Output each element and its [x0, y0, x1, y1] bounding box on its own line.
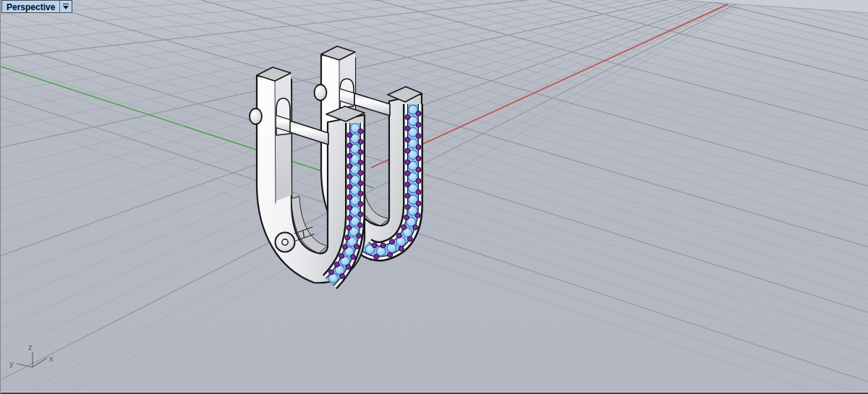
- bead[interactable]: [358, 129, 363, 134]
- bead[interactable]: [328, 270, 333, 275]
- bead[interactable]: [347, 163, 352, 168]
- bead[interactable]: [405, 182, 410, 187]
- bead[interactable]: [405, 205, 410, 210]
- bead[interactable]: [347, 153, 352, 158]
- bead[interactable]: [416, 145, 421, 150]
- bead[interactable]: [413, 225, 418, 230]
- bead[interactable]: [346, 225, 352, 230]
- bead[interactable]: [416, 111, 421, 116]
- bead[interactable]: [347, 184, 352, 189]
- bead[interactable]: [401, 225, 407, 230]
- bead[interactable]: [347, 205, 352, 210]
- gem[interactable]: [387, 244, 396, 253]
- bead[interactable]: [347, 132, 352, 137]
- bead[interactable]: [340, 274, 345, 279]
- bead[interactable]: [407, 236, 412, 241]
- bead[interactable]: [416, 122, 421, 127]
- bead[interactable]: [416, 201, 421, 206]
- bead[interactable]: [358, 150, 363, 155]
- bead[interactable]: [416, 189, 421, 194]
- axis-icon-y-label: y: [9, 359, 14, 368]
- bead[interactable]: [346, 265, 351, 270]
- bead[interactable]: [405, 160, 410, 165]
- viewport-tab[interactable]: Perspective: [1, 0, 72, 13]
- bead[interactable]: [358, 202, 363, 207]
- bead[interactable]: [399, 246, 404, 251]
- bead[interactable]: [380, 243, 386, 248]
- bead[interactable]: [357, 234, 362, 239]
- pin-front-cap[interactable]: [250, 108, 262, 124]
- bead[interactable]: [358, 140, 363, 145]
- bead[interactable]: [388, 252, 393, 257]
- bead[interactable]: [358, 212, 363, 217]
- bead[interactable]: [347, 143, 352, 148]
- bead[interactable]: [416, 179, 421, 184]
- bead[interactable]: [351, 254, 356, 260]
- bead[interactable]: [347, 215, 352, 220]
- axis-icon-z-label: z: [28, 343, 33, 351]
- axis-icon-x-label: x: [49, 354, 54, 363]
- bead[interactable]: [396, 233, 401, 238]
- bead[interactable]: [342, 244, 347, 249]
- viewport[interactable]: Perspective: [0, 0, 868, 394]
- bead[interactable]: [405, 115, 410, 120]
- bead[interactable]: [358, 171, 363, 176]
- 3d-scene[interactable]: z x y: [1, 0, 868, 394]
- bead[interactable]: [405, 193, 410, 198]
- bead[interactable]: [405, 148, 410, 153]
- bead[interactable]: [389, 239, 394, 244]
- bead[interactable]: [358, 160, 363, 165]
- viewport-menu-button[interactable]: [60, 1, 72, 12]
- bead[interactable]: [358, 191, 363, 196]
- chevron-down-icon: [63, 4, 69, 5]
- bead[interactable]: [405, 126, 410, 131]
- bead[interactable]: [374, 254, 379, 260]
- bead[interactable]: [347, 194, 352, 200]
- bead[interactable]: [416, 134, 421, 139]
- bead[interactable]: [354, 244, 359, 249]
- bead[interactable]: [416, 156, 421, 161]
- bead[interactable]: [415, 213, 420, 218]
- rivet-center: [282, 239, 288, 245]
- viewport-title[interactable]: Perspective: [2, 1, 59, 12]
- bead[interactable]: [358, 223, 363, 228]
- ground-plane: [1, 0, 868, 394]
- bead[interactable]: [345, 235, 350, 240]
- gem[interactable]: [396, 237, 406, 247]
- bead[interactable]: [347, 174, 352, 179]
- bead[interactable]: [339, 254, 344, 259]
- post-front-left-side-face: [275, 73, 292, 201]
- gem[interactable]: [329, 273, 339, 283]
- bead[interactable]: [405, 171, 410, 176]
- bead[interactable]: [372, 243, 377, 248]
- pin-rear-cap[interactable]: [315, 85, 327, 100]
- bead[interactable]: [358, 181, 363, 186]
- bead[interactable]: [404, 215, 409, 220]
- bead[interactable]: [416, 167, 421, 172]
- bead[interactable]: [405, 137, 410, 142]
- bead[interactable]: [334, 262, 339, 267]
